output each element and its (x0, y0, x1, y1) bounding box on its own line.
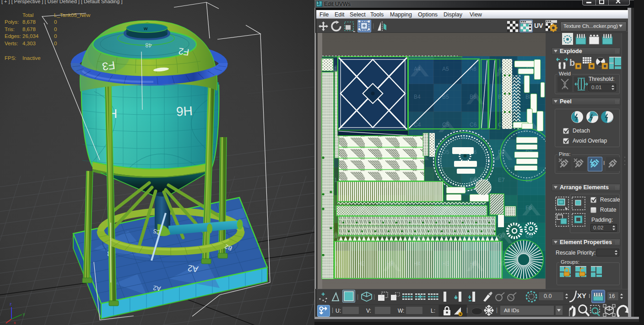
svg-text:w: w (143, 26, 148, 31)
svg-text:A2: A2 (152, 284, 161, 293)
svg-text:FPS:: FPS: (5, 55, 16, 61)
svg-text:Verts:: Verts: (5, 41, 18, 46)
svg-text:Polys:: Polys: (5, 19, 19, 25)
svg-text:26,034: 26,034 (22, 33, 39, 39)
svg-text:A2: A2 (187, 263, 199, 274)
svg-text:8,678: 8,678 (22, 27, 36, 32)
svg-text:Inactive: Inactive (22, 55, 41, 61)
svg-text:0: 0 (54, 27, 57, 32)
svg-text:8,678: 8,678 (22, 19, 36, 25)
svg-text:[ + ] [ Perspective ] [ User D: [ + ] [ Perspective ] [ User Defined ] [… (1, 0, 122, 4)
svg-text:z: z (10, 302, 12, 306)
svg-text:Edges:: Edges: (5, 33, 21, 39)
svg-text:0: 0 (54, 19, 57, 25)
svg-text:b: b (569, 58, 575, 68)
svg-text:0: 0 (54, 33, 57, 39)
svg-text:0: 0 (54, 41, 57, 46)
svg-text:48: 48 (145, 42, 152, 48)
svg-text:L_Tank05_New: L_Tank05_New (54, 12, 91, 18)
svg-text:F2: F2 (178, 46, 189, 58)
svg-text:Total: Total (22, 12, 33, 18)
svg-text:4,303: 4,303 (22, 41, 36, 46)
svg-text:9H: 9H (176, 104, 193, 119)
svg-text:x: x (14, 320, 16, 325)
svg-text:Tris:: Tris: (5, 27, 15, 32)
svg-text:F3: F3 (102, 59, 116, 73)
svg-text:y: y (23, 312, 25, 316)
